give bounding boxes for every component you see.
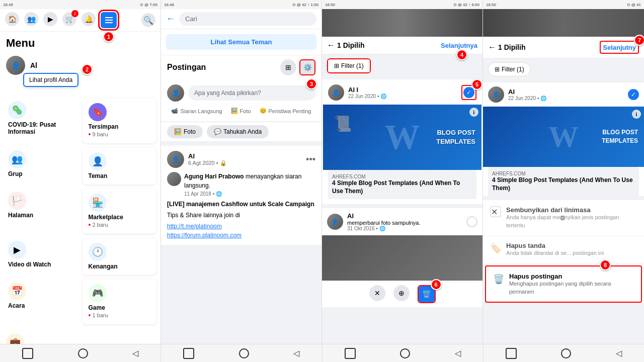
settings-button[interactable]: ⚙️ 3 — [299, 59, 315, 75]
context-blog-text: Blog PostTemplates — [602, 128, 638, 145]
bottom-circle-icon-3[interactable] — [400, 348, 410, 358]
lihat-profil-bubble[interactable]: Lihat profil Anda 2 — [23, 73, 78, 87]
bottom-square-icon-1[interactable] — [22, 348, 33, 359]
filter-icon-4: ⊞ — [495, 66, 500, 73]
post-link2[interactable]: https://forum.platinoom.com — [167, 231, 315, 240]
menu-item-halaman[interactable]: 🏳️ Halaman — [2, 187, 80, 236]
game-label: Game — [89, 304, 105, 311]
hapus-postingan-icon: 🗑️ — [493, 274, 504, 285]
post-header: 👤 Al 6 Agt 2020 • 🔒 ••• — [167, 151, 315, 168]
live-icon: 📹 — [171, 108, 178, 114]
menu-item-marketplace[interactable]: 🏪 Marketplace • 2 baru — [83, 189, 157, 234]
bottom-circle-icon-2[interactable] — [239, 348, 249, 358]
context-menu-hapus-tanda[interactable]: 🏷️ Hapus tanda Anda tidak ditandai di se… — [483, 236, 644, 263]
home-icon[interactable]: 🏠 — [5, 12, 19, 26]
menu-item-game[interactable]: 🎮 Game • 1 baru — [83, 279, 157, 324]
selanjutnya-button-3[interactable]: Selanjutnya — [441, 42, 477, 49]
post-more-button[interactable]: ••• — [306, 154, 315, 165]
search-icon[interactable]: 🔍 — [141, 13, 155, 27]
siaran-langsung-btn[interactable]: 📹 Siaran Langsung — [168, 106, 225, 116]
info-icon[interactable]: ℹ — [469, 108, 478, 117]
foto-quick-btn[interactable]: 🖼️ Foto — [167, 125, 203, 138]
video-watch-label: Video di Watch — [8, 261, 51, 268]
grup-label: Grup — [8, 170, 23, 177]
peristiwa-btn[interactable]: 😊 Peristiwa Penting — [257, 106, 314, 116]
edit-action-icon[interactable]: ⊕ — [393, 285, 410, 301]
foto-quick-icon: 🖼️ — [174, 128, 182, 135]
people-icon[interactable]: 👥 — [24, 12, 38, 26]
preview-date-2: 31 Okt 2016 • 🌐 — [347, 226, 462, 231]
context-selected-check[interactable]: ✓ — [628, 89, 639, 100]
menu-item-video[interactable]: ▶ Video di Watch — [2, 236, 80, 277]
filter-icon[interactable]: ⊞ — [280, 59, 296, 75]
context-panel: ← 1 Dipilih Selanjutny 7 ⊞ Filter (1) — [483, 9, 644, 344]
menu-item-grup[interactable]: 👥 Grup — [2, 145, 80, 187]
menu-item-kenangan[interactable]: 🕐 Kenangan — [83, 238, 157, 275]
context-info-icon[interactable]: ℹ — [632, 110, 641, 119]
marketplace-label: Marketplace — [89, 214, 123, 221]
tahukah-btn[interactable]: 💬 Tahukah Anda — [207, 125, 269, 138]
top-image-strip-4 — [483, 9, 644, 37]
composer-avatar: 👤 — [167, 84, 184, 102]
menu-item-tersimpan[interactable]: 🔖 Tersimpan • 9 baru — [83, 98, 157, 143]
menu-item-acara[interactable]: 📅 Acara — [2, 277, 80, 326]
sembunyikan-sub: Anda hanya dapat me8nyikan jenis posting… — [506, 214, 637, 229]
store-icon[interactable]: 🛒 2 — [62, 12, 76, 26]
bottom-back-icon-2[interactable]: ◁ — [293, 348, 299, 358]
selanjutnya-button-4[interactable]: Selanjutny — [603, 44, 636, 51]
context-post-date: 22 Jun 2020 • 🌐 — [508, 96, 624, 101]
context-menu-sembunyikan[interactable]: ✕ Sembunyikan dari linimasa Anda hanya d… — [483, 200, 644, 236]
back-arrow-3-icon: ← — [327, 41, 335, 50]
lihat-semua-teman-button[interactable]: Lihat Semua Teman — [166, 34, 316, 50]
lowongan-icon: 💼 — [6, 333, 24, 344]
hapus-tanda-title: Hapus tanda — [506, 242, 637, 249]
bottom-square-icon-2[interactable] — [183, 348, 194, 359]
annotation-1: 1 — [103, 31, 114, 42]
postingan-actions: ⊞ ⚙️ 3 — [280, 59, 315, 75]
hamburger-icon — [105, 17, 113, 23]
bottom-square-icon-3[interactable] — [345, 348, 356, 359]
bottom-square-icon-4[interactable] — [506, 348, 517, 359]
back-arrow-icon[interactable]: ← — [166, 14, 175, 24]
bottom-circle-icon-4[interactable] — [561, 348, 571, 358]
foto-icon: 🖼️ — [231, 108, 238, 114]
marketplace-icon: 🏪 — [89, 194, 107, 212]
context-blog-image: W Blog PostTemplates ℹ — [483, 107, 644, 167]
halaman-label: Halaman — [8, 212, 33, 219]
bottom-back-icon-4[interactable]: ◁ — [616, 348, 622, 358]
kenangan-label: Kenangan — [89, 263, 118, 270]
post-preview-header-2: 👤 Al memperbarui foto sampulnya. 31 Okt … — [322, 208, 482, 235]
back-button-3[interactable]: ← 1 Dipilih — [327, 41, 364, 50]
post-preview-header-1: 👤 Al I 22 Jun 2020 • 🌐 ✓ 5 — [323, 80, 481, 105]
filter-button-4[interactable]: ⊞ Filter (1) — [488, 62, 531, 76]
bottom-back-icon-1[interactable]: ◁ — [132, 348, 138, 358]
unselected-checkbox-2[interactable] — [466, 216, 477, 227]
menu-item-covid[interactable]: 🦠 COVID-19: Pusat Informasi — [2, 96, 80, 145]
feed-panel: ← Cari Lihat Semua Teman Postingan ⊞ ⚙️ … — [161, 9, 322, 344]
menu-item-teman[interactable]: 👤 Teman — [83, 147, 157, 185]
back-button-4[interactable]: ← 1 Dipilih — [488, 43, 525, 52]
marketplace-sub: • 2 baru — [89, 221, 108, 229]
foto-btn[interactable]: 🖼️ Foto — [228, 106, 254, 116]
context-post-preview: 👤 Al 22 Jun 2020 • 🌐 ✓ W Blog PostTempla… — [483, 82, 644, 196]
link-source-1: AHREFS.COM — [332, 174, 472, 179]
sembunyikan-text: Sembunyikan dari linimasa Anda hanya dap… — [506, 206, 637, 229]
context-link-preview: AHREFS.COM 4 Simple Blog Post Templates … — [488, 167, 639, 196]
filter-button-3[interactable]: ⊞ Filter (1) — [328, 59, 370, 72]
close-action-icon[interactable]: ✕ — [369, 285, 385, 301]
selected-checkbox-1[interactable]: ✓ — [463, 87, 474, 98]
tersimpan-sub: • 9 baru — [89, 130, 108, 138]
composer-input[interactable]: Apa yang Anda pikirkan? — [188, 85, 315, 101]
hapus-postingan-title: Hapus postingan — [509, 273, 634, 280]
context-menu-hapus-postingan[interactable]: 🗑️ Hapus postingan Menghapus postingan y… — [485, 265, 642, 303]
video-icon[interactable]: ▶ — [43, 12, 57, 26]
post-body: Agung Hari Prabowo menayangkan siaran la… — [167, 172, 315, 240]
quick-actions: 🖼️ Foto 💬 Tahukah Anda — [161, 122, 321, 142]
annotation-3: 3 — [306, 78, 317, 89]
bell-icon[interactable]: 🔔 — [82, 12, 96, 26]
menu-item-lowongan[interactable]: 💼 Lowongan Kerja — [0, 328, 160, 344]
bottom-back-icon-3[interactable]: ◁ — [455, 348, 461, 358]
bottom-circle-icon-1[interactable] — [78, 348, 88, 358]
hamburger-button[interactable]: 1 — [101, 12, 117, 28]
post-link1[interactable]: http://t.me/platinoom — [167, 222, 315, 231]
